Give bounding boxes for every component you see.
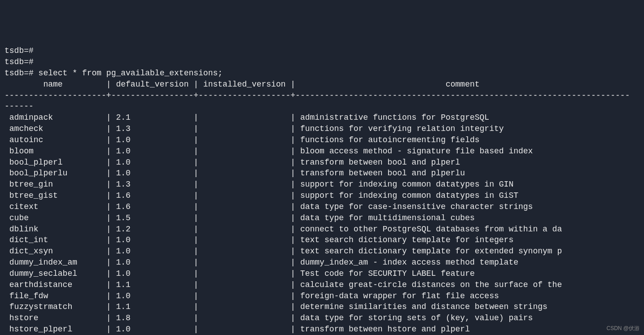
terminal-output[interactable]: tsdb=# tsdb=# tsdb=# select * from pg_av… bbox=[4, 45, 644, 335]
watermark: CSDN @伏游 bbox=[606, 325, 640, 332]
